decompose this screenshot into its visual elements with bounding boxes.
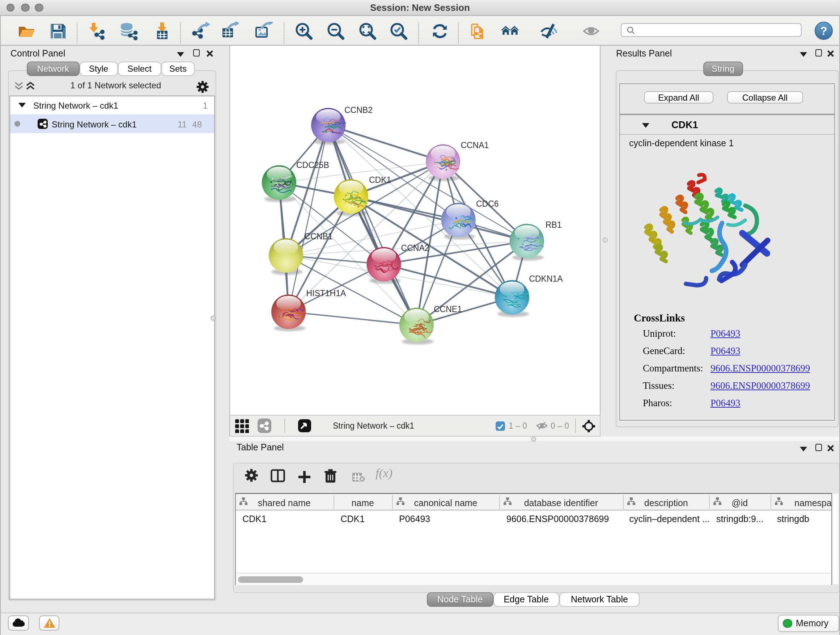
svg-text:CDK1: CDK1 [369,175,391,185]
svg-text:CCNA1: CCNA1 [461,141,489,150]
svg-text:CDKN1A: CDKN1A [529,274,563,283]
svg-text:HIST1H1A: HIST1H1A [306,288,346,298]
svg-text:CDC25B: CDC25B [296,160,329,170]
svg-text:CCNE1: CCNE1 [434,304,462,314]
svg-text:CCNA2: CCNA2 [401,243,429,253]
svg-text:CCNB2: CCNB2 [344,105,373,115]
svg-text:CCNB1: CCNB1 [305,232,333,241]
svg-text:RB1: RB1 [546,220,562,230]
svg-text:CDC6: CDC6 [476,199,499,209]
